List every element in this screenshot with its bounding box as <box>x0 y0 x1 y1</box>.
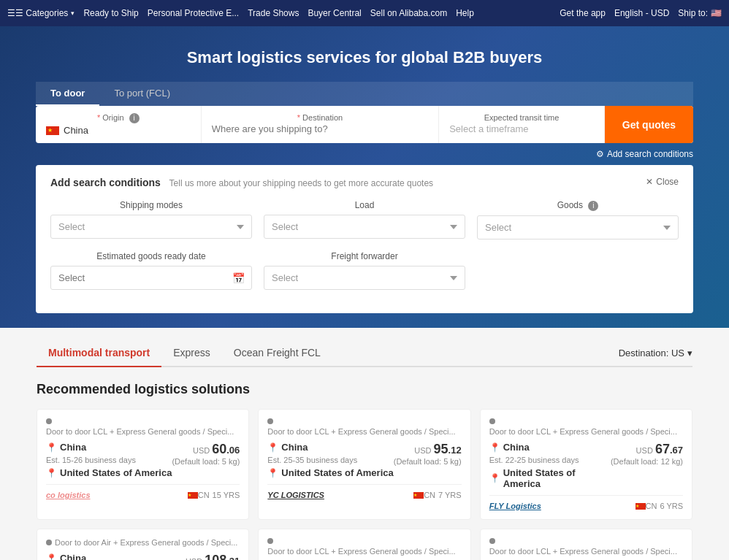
date-input[interactable] <box>50 266 252 290</box>
logistics-card[interactable]: Door to door LCL + Express General goods… <box>480 409 692 520</box>
nav-trade-shows[interactable]: Trade Shows <box>248 8 299 18</box>
carrier-name[interactable]: co logistics <box>46 491 91 499</box>
card-tags: Door to door LCL + Express General goods… <box>489 418 683 436</box>
card-destination: 📍 United States of America <box>489 467 611 489</box>
nav-language[interactable]: English - USD <box>614 8 669 18</box>
section-title: Recommended logistics solutions <box>37 382 692 397</box>
china-flag: ★ <box>46 126 59 135</box>
card-footer: YC LOGISTICS ★ CN 7 YRS <box>267 484 461 499</box>
close-x: ✕ <box>646 177 653 187</box>
info-icon[interactable]: i <box>129 113 140 123</box>
search-conditions-panel: Add search conditions Tell us more about… <box>36 165 693 313</box>
categories-chevron: ▾ <box>71 9 75 17</box>
logistics-card[interactable]: Door to door LCL + Express General goods… <box>37 409 249 520</box>
shipping-tabs: To door To port (FCL) <box>36 82 693 106</box>
card-est-time: Est. 15-26 business days <box>46 456 172 464</box>
panel-title-area: Add search conditions Tell us more about… <box>50 177 433 188</box>
add-search-link[interactable]: ⚙ Add search conditions <box>36 149 693 159</box>
destination-chevron: ▾ <box>687 348 692 358</box>
panel-header: Add search conditions Tell us more about… <box>50 177 679 188</box>
carrier-logo: YC LOGISTICS <box>267 491 413 499</box>
nav-ready-to-ship[interactable]: Ready to Ship <box>83 8 138 18</box>
card-price: USD 95.12 <box>394 442 462 457</box>
origin-value: ★ China <box>46 125 191 136</box>
carrier-name[interactable]: FLY Logistics <box>489 502 541 510</box>
route-right: USD 60.06 (Default load: 5 kg) <box>172 442 240 466</box>
nav-personal-protective[interactable]: Personal Protective E... <box>148 8 239 18</box>
logistics-card[interactable]: Door to door LCL + Express General goods… <box>258 529 470 560</box>
top-navigation: ☰ ☰ Categories ▾ Ready to Ship Personal … <box>0 0 729 26</box>
route-left: 📍 China Est. 7-9 business days 📍 United … <box>46 553 172 560</box>
shipping-modes-select[interactable]: Select <box>50 215 252 239</box>
logistics-card[interactable]: Door to door LCL + Express General goods… <box>480 529 692 560</box>
load-select[interactable]: Select <box>264 215 465 239</box>
price-main: 60 <box>212 442 226 456</box>
price-main: 67 <box>655 442 670 456</box>
destination-field[interactable]: * Destination <box>202 106 440 143</box>
hero-title: Smart logistics services for global B2B … <box>15 48 714 67</box>
door-to-door-dot <box>46 540 52 545</box>
card-route: 📍 China Est. 7-9 business days 📍 United … <box>46 553 240 560</box>
tab-ocean-fcl[interactable]: Ocean Freight FCL <box>222 340 332 367</box>
categories-label: ☰ Categories <box>15 8 68 18</box>
panel-close-button[interactable]: ✕ Close <box>646 177 679 187</box>
load-label: Load <box>264 200 465 210</box>
card-est-time: Est. 25-35 business days <box>267 456 393 464</box>
location-pin-dest: 📍 <box>267 468 278 478</box>
tab-to-door[interactable]: To door <box>36 82 99 106</box>
logistics-card[interactable]: Door to door Air + Express General goods… <box>37 529 249 560</box>
route-left: 📍 China Est. 15-26 business days 📍 Unite… <box>46 442 172 478</box>
door-to-door-dot <box>489 418 495 424</box>
nav-ship-to[interactable]: Ship to: 🇺🇸 <box>678 8 722 18</box>
location-pin-origin: 📍 <box>46 553 57 561</box>
origin-label: * Origin i <box>46 113 191 123</box>
panel-subtitle: Tell us more about your shipping needs t… <box>169 178 434 188</box>
logistics-card[interactable]: Door to door LCL + Express General goods… <box>258 409 470 520</box>
nav-buyer-central[interactable]: Buyer Central <box>308 8 361 18</box>
default-load: (Default load: 5 kg) <box>394 457 462 466</box>
goods-label: Goods i <box>477 200 679 211</box>
categories-icon: ☰ <box>7 8 15 18</box>
goods-info-icon[interactable]: i <box>588 201 598 211</box>
carrier-years: 15 YRS <box>213 491 240 499</box>
default-load: (Default load: 12 kg) <box>611 457 683 466</box>
card-tags: Door to door LCL + Express General goods… <box>489 538 683 556</box>
destination-filter[interactable]: Destination: US ▾ <box>619 348 692 358</box>
transit-field: Expected transit time Select a timeframe <box>439 106 605 143</box>
shipping-modes-label: Shipping modes <box>50 200 252 210</box>
nav-right: Get the app English - USD Ship to: 🇺🇸 <box>560 8 722 18</box>
destination-label: * Destination <box>212 113 429 122</box>
tab-multimodal[interactable]: Multimodal transport <box>37 340 161 367</box>
route-right: USD 95.12 (Default load: 5 kg) <box>394 442 462 466</box>
destination-input[interactable] <box>212 123 429 134</box>
categories-button[interactable]: ☰ ☰ Categories ▾ <box>7 8 75 18</box>
load-field: Load Select <box>264 200 465 239</box>
empty-field <box>477 251 679 290</box>
goods-select[interactable]: Select <box>477 215 679 239</box>
carrier-name[interactable]: YC LOGISTICS <box>267 491 324 499</box>
freight-forwarder-field: Freight forwarder Select <box>264 251 465 290</box>
carrier-flag: ★ <box>636 503 646 510</box>
get-quotes-button[interactable]: Get quotes <box>605 106 693 143</box>
location-pin-origin: 📍 <box>489 442 500 453</box>
nav-get-app[interactable]: Get the app <box>560 8 606 18</box>
transport-tabs: Multimodal transport Express Ocean Freig… <box>37 340 692 367</box>
filter-icon: ⚙ <box>596 149 604 159</box>
tab-to-port[interactable]: To port (FCL) <box>99 82 185 106</box>
card-route: 📍 China Est. 25-35 business days 📍 Unite… <box>267 442 461 478</box>
main-content: Multimodal transport Express Ocean Freig… <box>0 328 729 560</box>
route-right: USD 67.67 (Default load: 12 kg) <box>611 442 683 466</box>
location-pin-dest: 📍 <box>46 468 57 478</box>
route-left: 📍 China Est. 25-35 business days 📍 Unite… <box>267 442 393 478</box>
carrier-country: CN <box>198 491 210 499</box>
card-tags: Door to door LCL + Express General goods… <box>267 418 461 436</box>
card-tags: Door to door Air + Express General goods… <box>46 538 240 547</box>
nav-help[interactable]: Help <box>456 8 474 18</box>
carrier-years: 7 YRS <box>438 491 462 499</box>
location-pin-origin: 📍 <box>267 442 278 453</box>
card-destination: 📍 United States of America <box>267 467 393 478</box>
card-origin: 📍 China <box>267 442 393 453</box>
nav-sell[interactable]: Sell on Alibaba.com <box>370 8 447 18</box>
freight-forwarder-select[interactable]: Select <box>264 266 465 290</box>
tab-express[interactable]: Express <box>161 340 222 367</box>
